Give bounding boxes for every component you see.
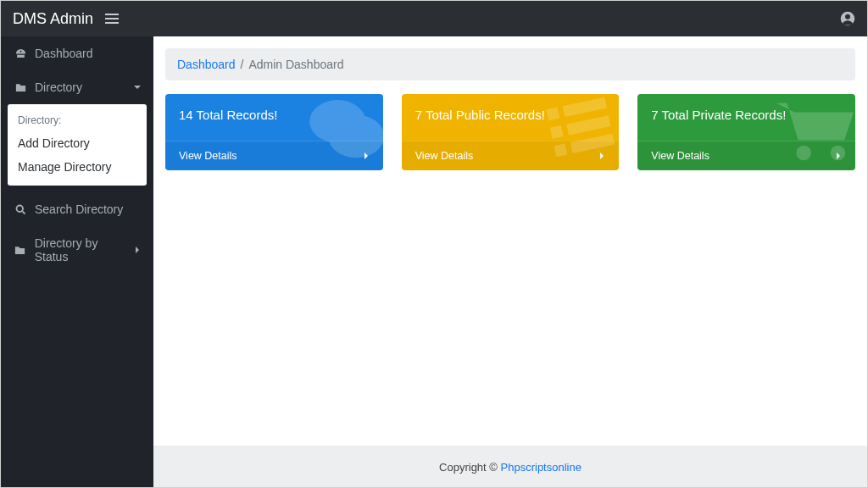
folder-icon <box>13 81 28 94</box>
breadcrumb-link-dashboard[interactable]: Dashboard <box>177 58 236 71</box>
main-content: Dashboard / Admin Dashboard 14 Total Rec… <box>153 36 867 446</box>
sidebar-toggle-icon[interactable] <box>105 13 119 25</box>
sidebar-item-search-directory[interactable]: Search Directory <box>1 192 153 226</box>
sidebar-item-dashboard[interactable]: Dashboard <box>1 36 153 70</box>
dashboard-icon <box>13 47 28 60</box>
svg-point-2 <box>16 205 23 212</box>
user-icon[interactable] <box>840 11 855 26</box>
chevron-right-icon <box>133 246 142 254</box>
sidebar-item-label: Dashboard <box>35 47 93 60</box>
list-icon <box>534 94 619 170</box>
sidebar: Dashboard Directory Directory: Add Direc… <box>1 36 153 488</box>
folder-icon <box>13 244 28 257</box>
svg-rect-6 <box>563 97 607 117</box>
card-link-label: View Details <box>415 150 474 162</box>
search-icon <box>13 203 28 216</box>
footer-text: Copyright © <box>439 461 500 474</box>
breadcrumb-current: Admin Dashboard <box>248 58 343 71</box>
svg-rect-7 <box>550 125 564 139</box>
svg-point-4 <box>328 115 383 158</box>
footer-link[interactable]: Phpscriptsonline <box>501 461 581 474</box>
card-link-label: View Details <box>179 150 237 162</box>
card-total-records: 14 Total Records! View Details <box>165 94 383 170</box>
comments-icon <box>298 94 383 170</box>
sidebar-submenu-directory: Directory: Add Directory Manage Director… <box>8 104 147 186</box>
svg-point-12 <box>831 146 845 160</box>
svg-point-11 <box>796 146 810 160</box>
sidebar-item-label: Directory by Status <box>35 236 133 263</box>
card-private-records: 7 Total Private Records! View Details <box>637 94 855 170</box>
card-public-records: 7 Total Public Records! View Details <box>402 94 620 170</box>
footer: Copyright © Phpscriptsonline <box>153 446 867 488</box>
sidebar-item-directory[interactable]: Directory <box>1 70 153 104</box>
sidebar-item-directory-by-status[interactable]: Directory by Status <box>1 226 153 274</box>
sidebar-subitem-manage-directory[interactable]: Manage Directory <box>8 155 147 179</box>
svg-point-1 <box>845 14 850 19</box>
sidebar-item-label: Directory <box>35 80 82 94</box>
svg-rect-9 <box>554 144 568 158</box>
svg-rect-8 <box>567 115 611 135</box>
submenu-heading: Directory: <box>8 111 147 131</box>
breadcrumb: Dashboard / Admin Dashboard <box>165 48 855 80</box>
card-link-label: View Details <box>651 150 709 162</box>
sidebar-subitem-add-directory[interactable]: Add Directory <box>8 131 147 155</box>
cart-icon <box>762 94 855 170</box>
navbar-brand[interactable]: DMS Admin <box>13 10 93 28</box>
navbar: DMS Admin <box>1 1 867 36</box>
svg-rect-5 <box>547 108 560 121</box>
svg-rect-10 <box>570 134 615 153</box>
sidebar-item-label: Search Directory <box>35 202 123 216</box>
breadcrumb-separator: / <box>241 58 244 71</box>
chevron-down-icon <box>133 83 142 92</box>
